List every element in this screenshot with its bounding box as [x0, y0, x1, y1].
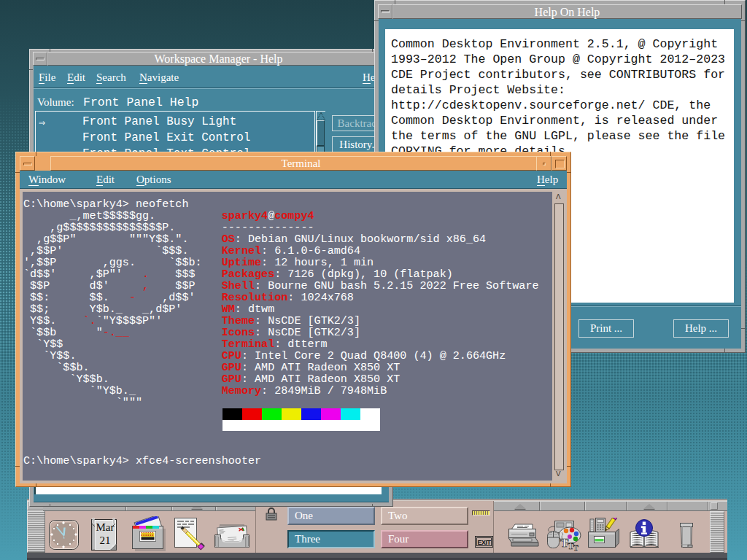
svg-text:T: T	[573, 544, 578, 551]
svg-text:Mar: Mar	[96, 521, 115, 533]
svg-text:21: 21	[100, 534, 111, 546]
